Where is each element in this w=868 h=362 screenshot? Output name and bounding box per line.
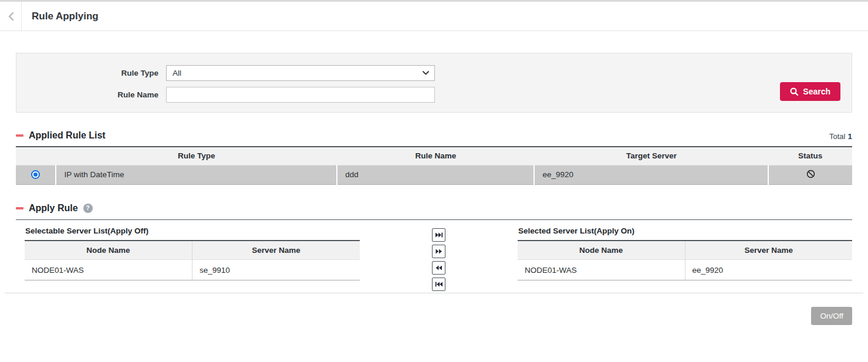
column-header-rule-type: Rule Type [56,147,337,165]
rewind-icon [435,265,443,270]
column-header-target-server: Target Server [534,147,768,165]
cell-status [768,165,852,184]
table-row[interactable]: IP with DateTime ddd ee_9920 [16,165,852,184]
selected-server-table: Node Name Server Name NODE01-WAS ee_9920 [518,240,852,281]
rule-type-select[interactable]: All [166,65,435,81]
search-icon [790,87,798,96]
section-dash-icon [16,207,23,209]
top-bar: Rule Applying [0,0,868,31]
move-left-button[interactable] [432,261,445,275]
column-header-server-name: Server Name [685,241,852,260]
selected-server-list-title: Selected Server List(Apply On) [518,220,852,240]
cell-target-server: ee_9920 [534,165,768,184]
selected-server-list: Selected Server List(Apply On) Node Name… [518,220,852,291]
table-row[interactable]: NODE01-WAS ee_9920 [518,260,852,280]
back-button[interactable] [0,2,22,31]
fast-forward-icon [435,249,443,254]
selectable-server-list-title: Selectable Server List(Apply Off) [25,220,360,240]
chevron-left-icon [8,12,13,21]
move-all-right-button[interactable] [432,228,445,242]
cell-rule-type: IP with DateTime [56,165,337,184]
column-header-server-name: Server Name [192,241,360,260]
apply-rule-title: Apply Rule [29,203,78,214]
row-select-radio[interactable] [31,170,40,179]
cell-node-name: NODE01-WAS [518,260,685,280]
rule-type-label: Rule Type [16,69,158,77]
rule-name-input[interactable] [166,87,435,103]
page-title: Rule Applying [32,2,99,31]
selectable-server-list: Selectable Server List(Apply Off) Node N… [25,220,360,291]
move-right-button[interactable] [432,245,445,258]
column-header-status: Status [768,147,852,165]
applied-rule-list-title: Applied Rule List [29,130,106,141]
search-button[interactable]: Search [780,82,840,101]
column-header-rule-name: Rule Name [337,147,534,165]
applied-rule-table: Rule Type Rule Name Target Server Status… [16,146,852,185]
table-row[interactable]: NODE01-WAS se_9910 [25,260,360,280]
rule-name-label: Rule Name [16,90,158,99]
total-count: Total1 [829,132,852,141]
selectable-server-table: Node Name Server Name NODE01-WAS se_9910 [25,240,360,281]
radio-column-header [16,147,56,165]
apply-rule-section: Apply Rule ? Selectable Server List(Appl… [16,203,852,291]
cell-server-name: ee_9920 [685,260,852,280]
column-header-node-name: Node Name [25,241,192,260]
cell-node-name: NODE01-WAS [25,260,192,280]
total-count-value: 1 [847,132,852,141]
footer-divider [5,293,863,293]
cell-server-name: se_9910 [192,260,360,280]
applied-rule-table-header-row: Rule Type Rule Name Target Server Status [16,147,852,165]
help-icon[interactable]: ? [83,204,93,213]
skip-back-icon [435,282,443,287]
section-dash-icon [16,134,23,137]
skip-forward-icon [435,232,443,238]
applied-rule-list-section: Applied Rule List Total1 Rule Type Rule … [16,130,852,185]
cell-rule-name: ddd [337,165,534,184]
prohibited-icon [806,171,815,180]
search-panel: Rule Type All Rule Name Search [16,53,852,113]
search-button-label: Search [803,87,830,96]
column-header-node-name: Node Name [518,241,685,260]
transfer-buttons [360,220,518,291]
move-all-left-button[interactable] [432,278,445,291]
onoff-button[interactable]: On/Off [811,307,852,325]
